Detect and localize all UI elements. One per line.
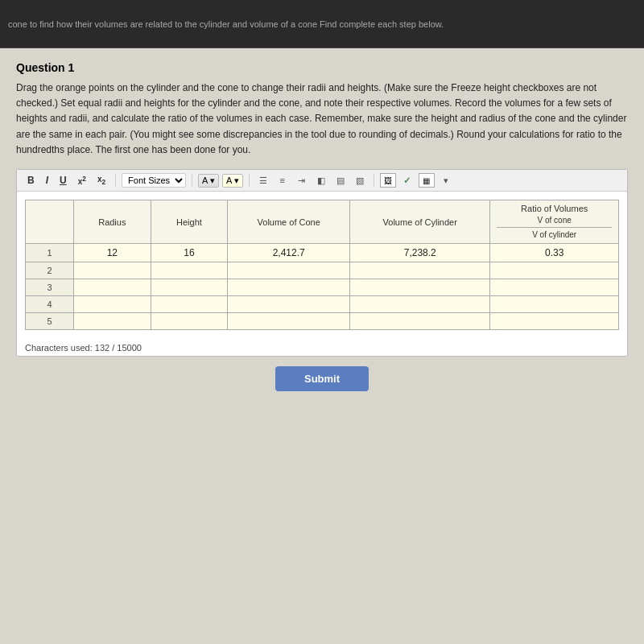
chars-used: Characters used: 132 / 15000 [17,338,627,356]
ratio-cell [490,262,619,279]
question-body: Drag the orange points on the cylinder a… [16,80,628,158]
vol-cone-cell [228,279,350,296]
table-row: 5 [26,313,619,330]
radius-cell [74,279,151,296]
subscript-button[interactable]: x2 [93,173,109,188]
top-bar: cone to find how their volumes are relat… [0,0,644,48]
row-num-header [26,200,74,244]
ratio-header: Ratio of Volumes V of cone V of cylinder [490,200,619,244]
submit-button[interactable]: Submit [275,366,369,391]
toolbar: B I U x2 x2 Font Sizes 8 10 12 14 16 18 … [17,170,627,192]
highlight-color-button[interactable]: A ▾ [222,174,243,188]
radius-cell [74,296,151,313]
top-bar-text: cone to find how their volumes are relat… [8,19,444,29]
list-ordered-icon[interactable]: ≡ [275,173,291,188]
align-right-icon[interactable]: ▧ [352,173,368,188]
editor-wrapper: B I U x2 x2 Font Sizes 8 10 12 14 16 18 … [16,169,628,357]
list-unordered-icon[interactable]: ☰ [255,173,271,188]
content-area: Question 1 Drag the orange points on the… [0,48,644,644]
table-area: Radius Height Volume of Cone Volume of C… [17,192,627,338]
table-row: 3 [26,279,619,296]
volume-cone-header: Volume of Cone [228,200,350,244]
image-icon[interactable]: 🖼 [380,173,396,188]
vol-cone-cell: 2,412.7 [228,244,350,262]
grid-icon[interactable]: ▦ [419,173,435,188]
row-num-cell: 3 [26,279,74,296]
height-cell [151,262,228,279]
font-color-button[interactable]: A ▾ [198,174,219,188]
ratio-cell: 0.33 [490,244,619,262]
table-row: 2 [26,262,619,279]
ratio-fraction: V of cone V of cylinder [497,215,612,240]
row-num-cell: 2 [26,262,74,279]
superscript-button[interactable]: x2 [74,173,90,188]
italic-button[interactable]: I [42,173,52,188]
align-left-icon[interactable]: ◧ [313,173,329,188]
volume-cylinder-header: Volume of Cylinder [350,200,490,244]
radius-header: Radius [74,200,151,244]
vol-cone-cell [228,313,350,330]
vol-cone-cell [228,296,350,313]
underline-button[interactable]: U [56,173,71,188]
radius-cell: 12 [74,244,151,262]
indent-icon[interactable]: ⇥ [294,173,310,188]
height-header: Height [151,200,228,244]
checkmark-icon[interactable]: ✓ [399,173,415,188]
row-num-cell: 5 [26,313,74,330]
height-cell [151,279,228,296]
data-table: Radius Height Volume of Cone Volume of C… [25,200,619,330]
height-cell [151,313,228,330]
row-num-cell: 1 [26,244,74,262]
toolbar-separator-3 [249,174,250,187]
vol-cylinder-cell [350,296,490,313]
bold-button[interactable]: B [23,173,39,188]
ratio-cell [490,296,619,313]
vol-cone-cell [228,262,350,279]
submit-area: Submit [16,357,628,398]
ratio-cell [490,279,619,296]
row-num-cell: 4 [26,296,74,313]
radius-cell [74,313,151,330]
height-cell: 16 [151,244,228,262]
vol-cylinder-cell [350,262,490,279]
grid-arrow-icon[interactable]: ▾ [438,173,454,188]
toolbar-separator-1 [115,174,116,187]
vol-cylinder-cell [350,279,490,296]
ratio-cell [490,313,619,330]
align-center-icon[interactable]: ▤ [332,173,349,188]
toolbar-separator-4 [374,174,374,187]
ratio-label: Ratio of Volumes [497,204,612,213]
radius-cell [74,262,151,279]
vol-cylinder-cell [350,313,490,330]
height-cell [151,296,228,313]
table-row: 4 [26,296,619,313]
table-row: 112162,412.77,238.20.33 [26,244,619,262]
vol-cylinder-cell: 7,238.2 [350,244,490,262]
toolbar-separator-2 [192,174,192,187]
font-sizes-select[interactable]: Font Sizes 8 10 12 14 16 18 24 [122,173,186,188]
question-title: Question 1 [16,61,628,74]
